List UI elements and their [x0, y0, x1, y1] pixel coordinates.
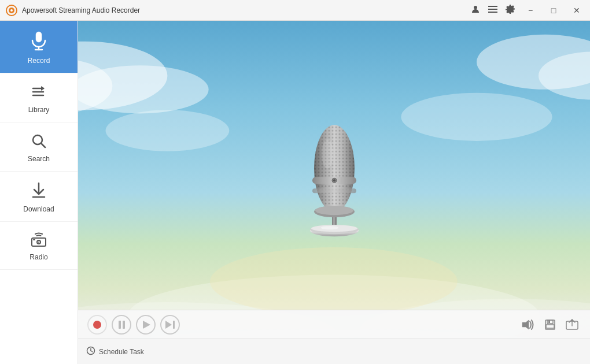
svg-point-43 — [333, 179, 335, 181]
pause-icon — [119, 321, 125, 329]
menu-icon[interactable] — [488, 5, 497, 16]
svg-line-62 — [91, 351, 93, 352]
play-button[interactable] — [136, 315, 156, 335]
schedule-bar[interactable]: Schedule Task — [78, 339, 590, 364]
svg-rect-5 — [488, 9, 497, 10]
title-bar: Apowersoft Streaming Audio Recorder − □ … — [0, 0, 590, 21]
svg-point-31 — [401, 93, 552, 141]
search-icon — [31, 133, 47, 151]
close-button[interactable]: ✕ — [569, 3, 584, 18]
library-icon — [31, 84, 47, 102]
svg-point-36 — [210, 247, 458, 316]
svg-marker-53 — [522, 320, 529, 329]
sidebar-item-radio[interactable]: Radio — [0, 222, 78, 270]
maximize-button[interactable]: □ — [546, 3, 561, 18]
svg-point-52 — [315, 206, 353, 215]
svg-rect-56 — [548, 320, 550, 323]
microphone-image — [300, 122, 369, 243]
sidebar-item-download[interactable]: Download — [0, 172, 78, 222]
sidebar-search-label: Search — [28, 155, 50, 163]
svg-rect-7 — [36, 32, 42, 42]
download-icon — [31, 182, 47, 202]
schedule-label: Schedule Task — [99, 348, 144, 356]
content-area: Schedule Task — [78, 21, 590, 364]
sidebar-item-library[interactable]: Library — [0, 73, 78, 122]
main-layout: Record Library Search — [0, 21, 590, 364]
svg-rect-57 — [546, 325, 554, 328]
sidebar-item-search[interactable]: Search — [0, 122, 78, 172]
volume-button[interactable] — [519, 316, 537, 333]
settings-icon[interactable] — [506, 5, 515, 16]
pause-button[interactable] — [112, 315, 131, 335]
sidebar-radio-label: Radio — [30, 253, 47, 261]
controls-bar — [78, 310, 590, 339]
right-controls — [519, 316, 581, 333]
app-logo — [6, 5, 17, 16]
svg-rect-6 — [488, 12, 497, 13]
svg-point-40 — [322, 139, 333, 168]
sidebar-library-label: Library — [28, 106, 50, 114]
skip-button[interactable] — [160, 315, 180, 335]
svg-point-2 — [10, 9, 13, 12]
sidebar-item-record[interactable]: Record — [0, 21, 78, 73]
sidebar-download-label: Download — [23, 205, 54, 213]
radio-icon — [30, 232, 47, 250]
record-button[interactable] — [87, 315, 107, 335]
profile-icon[interactable] — [471, 5, 480, 16]
skip-icon — [165, 321, 175, 329]
record-dot-icon — [93, 321, 101, 329]
svg-rect-4 — [488, 6, 497, 7]
svg-rect-44 — [312, 188, 356, 193]
record-icon — [31, 31, 47, 53]
svg-point-3 — [474, 6, 477, 9]
window-controls: − □ ✕ — [471, 3, 584, 18]
minimize-button[interactable]: − — [523, 3, 538, 18]
svg-marker-13 — [41, 86, 45, 91]
sidebar-record-label: Record — [28, 57, 50, 65]
play-icon — [143, 321, 150, 329]
svg-line-15 — [41, 143, 45, 147]
svg-point-39 — [314, 125, 355, 211]
clock-icon — [86, 346, 95, 357]
sidebar: Record Library Search — [0, 21, 78, 364]
svg-point-30 — [105, 110, 229, 151]
app-title: Apowersoft Streaming Audio Recorder — [22, 6, 471, 14]
export-button[interactable] — [563, 316, 581, 333]
svg-point-50 — [321, 226, 338, 229]
save-button[interactable] — [541, 316, 559, 333]
svg-rect-21 — [33, 239, 35, 240]
svg-point-20 — [38, 242, 39, 243]
